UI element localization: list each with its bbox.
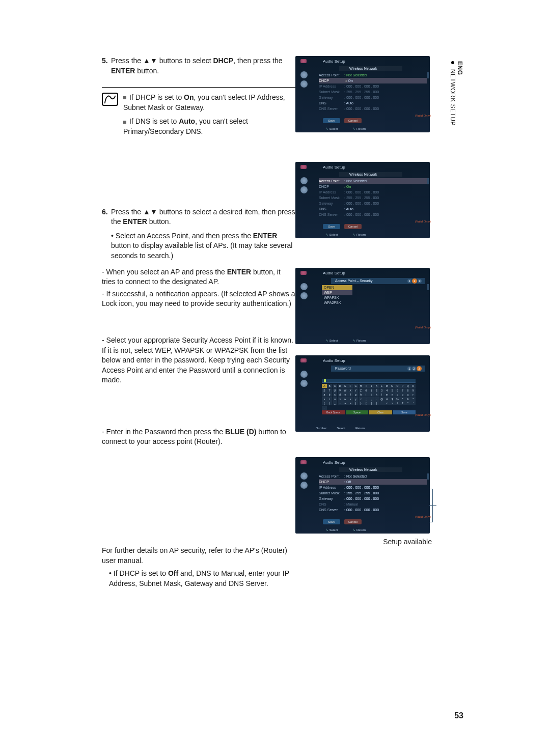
key[interactable]: 4 (384, 388, 390, 393)
key-save[interactable]: Save (393, 410, 416, 414)
key[interactable]: s (322, 397, 327, 401)
key[interactable]: Q (405, 384, 410, 388)
key[interactable]: 6 (395, 388, 400, 393)
key[interactable]: P (400, 384, 405, 388)
key[interactable]: V (338, 388, 343, 393)
key[interactable]: t (327, 397, 332, 401)
password-input[interactable] (322, 379, 416, 383)
key[interactable]: i (364, 393, 369, 397)
key[interactable]: X (348, 388, 353, 393)
key[interactable]: , (369, 397, 374, 401)
key[interactable]: G (353, 384, 359, 388)
key[interactable]: ; (364, 397, 369, 401)
key[interactable]: 9 (410, 388, 416, 393)
key[interactable]: R (410, 384, 416, 388)
key[interactable]: y (353, 397, 359, 401)
key[interactable]: | (374, 401, 379, 405)
save-button[interactable]: Save (323, 519, 340, 524)
key-space[interactable]: Space (346, 410, 369, 414)
key[interactable]: l (379, 393, 384, 397)
key[interactable]: F (348, 384, 353, 388)
key[interactable]: 0 (364, 388, 369, 393)
key[interactable]: r (410, 393, 416, 397)
onscreen-keyboard[interactable]: ABCDEFGHIJKLMNOPQRSTUVWXYZ0123456789abcd… (322, 379, 416, 414)
key[interactable]: v (338, 397, 343, 401)
key[interactable]: m (384, 393, 390, 397)
key[interactable]: e (343, 393, 348, 397)
key[interactable]: % (395, 397, 400, 401)
key[interactable]: { (353, 401, 359, 405)
key[interactable]: 2 (374, 388, 379, 393)
key[interactable]: ? (400, 401, 405, 405)
key[interactable]: q (405, 393, 410, 397)
key[interactable]: c (333, 393, 338, 397)
key[interactable]: $ (390, 397, 395, 401)
cancel-button[interactable]: Cancel (344, 224, 362, 229)
key[interactable]: 7 (400, 388, 405, 393)
key[interactable]: 1 (369, 388, 374, 393)
scrollbar[interactable] (427, 473, 429, 480)
key[interactable]: C (333, 384, 338, 388)
key[interactable]: I (364, 384, 369, 388)
key[interactable]: > (390, 401, 395, 405)
key[interactable]: k (374, 393, 379, 397)
cancel-button[interactable]: Cancel (344, 118, 362, 123)
key-clear[interactable]: Clear (369, 410, 392, 414)
key[interactable]: p (400, 393, 405, 397)
key[interactable]: : (379, 401, 384, 405)
key[interactable]: K (374, 384, 379, 388)
scrollbar[interactable] (427, 178, 429, 184)
save-button[interactable]: Save (323, 118, 340, 123)
save-button[interactable]: Save (323, 224, 340, 229)
key[interactable]: W (343, 388, 348, 393)
key[interactable]: h (359, 393, 364, 397)
key[interactable]: z (359, 397, 364, 401)
key[interactable]: ] (369, 401, 374, 405)
key[interactable]: g (353, 393, 359, 397)
key[interactable]: . (374, 397, 379, 401)
key[interactable]: [ (364, 401, 369, 405)
key[interactable]: < (384, 401, 390, 405)
key[interactable]: H (359, 384, 364, 388)
opt-wep[interactable]: WEP (322, 290, 352, 295)
key[interactable]: j (369, 393, 374, 397)
key[interactable]: A (322, 384, 327, 388)
key[interactable]: ) (327, 401, 332, 405)
key-backspace[interactable]: Back Space (322, 410, 345, 414)
key[interactable]: 5 (390, 388, 395, 393)
key[interactable]: a (322, 393, 327, 397)
opt-open[interactable]: OPEN (322, 285, 352, 290)
key[interactable]: / (395, 401, 400, 405)
key[interactable]: ' (410, 401, 416, 405)
key[interactable]: N (390, 384, 395, 388)
key[interactable]: d (338, 393, 343, 397)
key[interactable]: w (343, 397, 348, 401)
key[interactable]: u (333, 397, 338, 401)
key[interactable]: o (395, 393, 400, 397)
key[interactable]: Z (359, 388, 364, 393)
key[interactable]: S (322, 388, 327, 393)
key[interactable]: D (338, 384, 343, 388)
key[interactable]: n (390, 393, 395, 397)
key[interactable]: 8 (405, 388, 410, 393)
scrollbar[interactable] (427, 284, 429, 290)
key[interactable]: ~ (322, 406, 327, 410)
key[interactable]: & (405, 397, 410, 401)
key[interactable]: * (410, 397, 416, 401)
key[interactable]: @ (379, 397, 384, 401)
key[interactable]: = (348, 401, 353, 405)
opt-wpa2psk[interactable]: WPA2PSK (322, 300, 352, 305)
key[interactable]: f (348, 393, 353, 397)
key[interactable]: E (343, 384, 348, 388)
scrollbar[interactable] (427, 72, 429, 78)
key[interactable]: } (359, 401, 364, 405)
key[interactable]: J (369, 384, 374, 388)
key[interactable]: 3 (379, 388, 384, 393)
key[interactable]: B (327, 384, 332, 388)
key[interactable]: U (333, 388, 338, 393)
key[interactable]: M (384, 384, 390, 388)
key[interactable]: - (338, 401, 343, 405)
key[interactable]: ^ (400, 397, 405, 401)
key[interactable]: O (395, 384, 400, 388)
cancel-button[interactable]: Cancel (344, 519, 362, 524)
